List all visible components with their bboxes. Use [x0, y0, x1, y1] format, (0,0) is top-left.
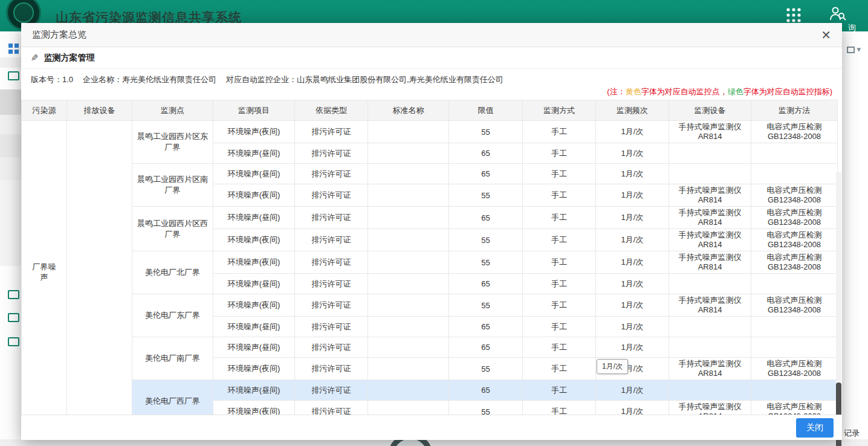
- table-cell: 65: [449, 337, 523, 358]
- table-cell: 排污许可证: [295, 184, 368, 207]
- table-cell: 1月/次: [596, 337, 669, 358]
- table-cell: [669, 143, 751, 164]
- table-cell: 手工: [523, 229, 596, 251]
- table-cell: 手工: [523, 143, 596, 164]
- table-cell: [368, 337, 449, 358]
- table-cell: 1月/次: [596, 184, 669, 207]
- column-header: 限值: [449, 100, 523, 121]
- table-cell: 排污许可证: [295, 121, 368, 143]
- window-dropdown-icon[interactable]: ▾: [847, 45, 861, 54]
- table-cell: 晨鸣工业园西片区东厂界: [132, 121, 213, 164]
- sidebar-band: [0, 180, 21, 266]
- note-mid2: 字体为对应自动监控指标): [743, 87, 832, 96]
- sidebar-band: [0, 89, 21, 115]
- table-cell: 55: [449, 294, 523, 317]
- record-label: 记录: [844, 428, 860, 439]
- table-row[interactable]: 厂界噪声晨鸣工业园西片区东厂界环境噪声(夜间)排污许可证55手工1月/次手持式噪…: [22, 121, 838, 143]
- table-cell: 电容式声压检测 GB12348-2008: [751, 358, 838, 380]
- table-cell: 环境噪声(昼间): [213, 380, 295, 401]
- table-cell: 手工: [523, 274, 596, 294]
- modal-title: 监测方案总览: [32, 29, 86, 40]
- column-header: 监测项目: [213, 100, 295, 121]
- table-cell: 环境噪声(昼间): [213, 317, 295, 337]
- column-header: 监测方式: [523, 100, 596, 121]
- person-search-icon[interactable]: [828, 5, 846, 23]
- table-cell: 55: [449, 251, 523, 274]
- table-cell: 65: [449, 380, 523, 401]
- table-cell: 65: [449, 317, 523, 337]
- table-cell: 手持式噪声监测仪 AR814: [669, 294, 751, 317]
- document-icon[interactable]: [8, 290, 19, 299]
- table-cell: [368, 143, 449, 164]
- table-cell: 1月/次: [596, 229, 669, 251]
- table-cell: 排污许可证: [295, 164, 368, 184]
- table-cell: 65: [449, 143, 523, 164]
- modal-footer: 关闭: [21, 415, 842, 440]
- table-cell: [669, 317, 751, 337]
- table-cell: 环境噪声(夜间): [213, 358, 295, 380]
- table-cell: 排污许可证: [295, 207, 368, 229]
- column-header: 监测点: [132, 100, 213, 121]
- table-cell: [368, 229, 449, 251]
- document-icon[interactable]: [8, 71, 19, 80]
- frequency-tooltip: 1月/次: [597, 359, 628, 374]
- table-cell: 手持式噪声监测仪 AR814: [669, 251, 751, 274]
- column-header: 标准名称: [368, 100, 449, 121]
- table-cell: 晨鸣工业园西片区南厂界: [132, 164, 213, 207]
- table-cell: [669, 274, 751, 294]
- apps-grid-icon[interactable]: [786, 7, 802, 23]
- table-cell: [368, 251, 449, 274]
- table-cell: 排污许可证: [295, 251, 368, 274]
- table-row[interactable]: 晨鸣工业园西片区南厂界环境噪声(昼间)排污许可证65手工1月/次: [22, 164, 838, 184]
- table-cell: 55: [449, 184, 523, 207]
- table-cell: 手工: [523, 358, 596, 380]
- table-cell: 排污许可证: [295, 337, 368, 358]
- table-cell: [368, 380, 449, 401]
- table-cell: [368, 207, 449, 229]
- app-logo-emblem: [13, 2, 34, 23]
- company-label: 企业名称：寿光美伦纸业有限责任公司: [83, 74, 216, 85]
- table-row[interactable]: 美伦电厂南厂界环境噪声(昼间)排污许可证65手工1月/次: [22, 337, 838, 358]
- close-icon[interactable]: ✕: [821, 29, 831, 41]
- table-cell: 1月/次: [596, 274, 669, 294]
- close-button[interactable]: 关闭: [796, 418, 834, 438]
- table-cell: 1月/次: [596, 143, 669, 164]
- column-header: 排放设备: [67, 100, 132, 121]
- table-cell: [751, 337, 838, 358]
- note-yellow: 黄色: [626, 87, 641, 96]
- document-icon[interactable]: [8, 337, 19, 346]
- table-row[interactable]: 美伦电厂西厂界环境噪声(昼间)排污许可证65手工1月/次: [22, 380, 838, 401]
- dashboard-grid-icon[interactable]: [8, 44, 19, 54]
- bottom-strip: [0, 439, 868, 446]
- monitoring-plan-modal: 监测方案总览 ✕ ✎ 监测方案管理 版本号：1.0 企业名称：寿光美伦纸业有限责…: [21, 23, 842, 440]
- auto-company-label: 对应自动监控企业：山东晨鸣纸业集团股份有限公司,寿光美伦纸业有限责任公司: [226, 74, 504, 85]
- table-cell: 晨鸣工业园西片区西厂界: [132, 207, 213, 251]
- info-bar: 版本号：1.0 企业名称：寿光美伦纸业有限责任公司 对应自动监控企业：山东晨鸣纸…: [21, 69, 842, 85]
- table-cell: 电容式声压检测 GB12348-2008: [751, 229, 838, 251]
- table-cell: 1月/次: [596, 317, 669, 337]
- table-cell: 排污许可证: [295, 294, 368, 317]
- table-cell: 环境噪声(夜间): [213, 184, 295, 207]
- query-menu-label[interactable]: 询: [848, 22, 856, 33]
- table-row[interactable]: 美伦电厂东厂界环境噪声(夜间)排污许可证55手工1月/次手持式噪声监测仪 AR8…: [22, 294, 838, 317]
- table-cell: [368, 121, 449, 143]
- document-icon[interactable]: [8, 313, 19, 322]
- table-row[interactable]: 晨鸣工业园西片区西厂界环境噪声(昼间)排污许可证65手工1月/次手持式噪声监测仪…: [22, 207, 838, 229]
- plan-table-head-row: 污染源排放设备监测点监测项目依据类型标准名称限值监测方式监测频次监测设备监测方法: [22, 100, 838, 121]
- table-cell: 手持式噪声监测仪 AR814: [669, 229, 751, 251]
- table-cell: 排污许可证: [295, 380, 368, 401]
- table-cell: 环境噪声(昼间): [213, 164, 295, 184]
- table-cell: 手持式噪声监测仪 AR814: [669, 358, 751, 380]
- column-header: 监测频次: [596, 100, 669, 121]
- table-cell: 手工: [523, 251, 596, 274]
- table-cell: 手工: [523, 207, 596, 229]
- column-header: 监测方法: [751, 100, 838, 121]
- modal-header: 监测方案总览 ✕: [21, 23, 842, 47]
- table-cell: [669, 164, 751, 184]
- table-cell: 1月/次: [596, 251, 669, 274]
- table-cell: 手持式噪声监测仪 AR814: [669, 184, 751, 207]
- version-label: 版本号：1.0: [31, 74, 73, 85]
- table-row[interactable]: 美伦电厂北厂界环境噪声(夜间)排污许可证55手工1月/次手持式噪声监测仪 AR8…: [22, 251, 838, 274]
- table-cell: 1月/次: [596, 164, 669, 184]
- column-header: 监测设备: [669, 100, 751, 121]
